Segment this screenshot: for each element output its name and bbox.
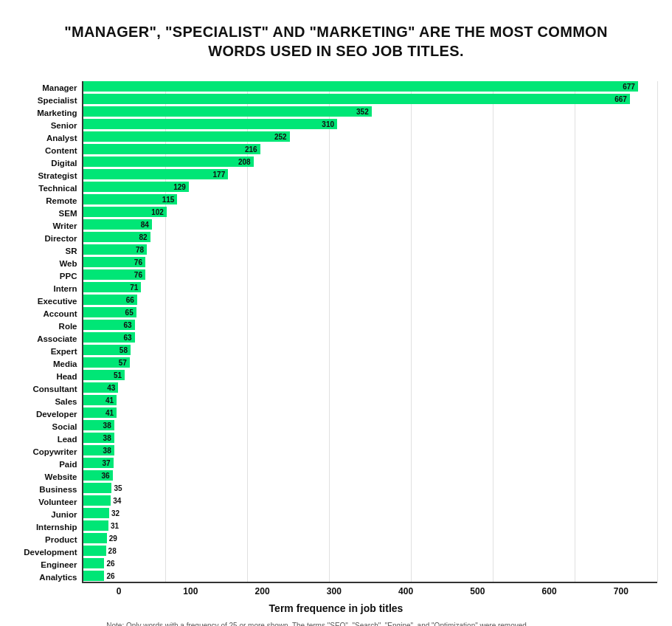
bar-row: 37 <box>83 458 657 470</box>
y-axis-label: Website <box>45 470 77 483</box>
bar-row: 41 <box>83 407 657 420</box>
bar-value: 43 <box>107 384 115 392</box>
bar-row: 65 <box>83 307 657 320</box>
bar-row: 36 <box>83 470 657 483</box>
bar: 310 <box>83 119 338 129</box>
y-axis-label: Digital <box>51 156 77 169</box>
bar: 82 <box>83 232 150 242</box>
bar: 36 <box>83 470 113 481</box>
bar <box>83 546 106 556</box>
bar: 66 <box>83 295 137 305</box>
bar: 57 <box>83 357 130 368</box>
y-axis-label: Head <box>56 370 77 382</box>
x-axis-label: 600 <box>513 586 585 596</box>
bar-row: 38 <box>83 445 657 458</box>
x-axis-label: 700 <box>585 586 657 596</box>
bars-area: 6776673523102522162081771291151028482787… <box>82 81 657 583</box>
bar: 177 <box>83 169 229 179</box>
bar-value: 78 <box>136 246 144 254</box>
bar: 76 <box>83 257 145 267</box>
bar-row: 115 <box>83 194 657 207</box>
y-axis-label: Remote <box>46 194 77 207</box>
bar: 115 <box>83 194 178 204</box>
bar-row: 677 <box>83 81 657 94</box>
y-axis-label: Director <box>44 232 77 244</box>
bar-row: 26 <box>83 571 657 583</box>
bar-value: 76 <box>134 258 142 266</box>
bar-row: 35 <box>83 483 657 495</box>
bar: 43 <box>83 382 119 393</box>
bar-row: 82 <box>83 232 657 244</box>
bar-row: 63 <box>83 332 657 345</box>
y-axis-label: Social <box>52 420 77 433</box>
bar-value: 66 <box>126 296 134 304</box>
y-axis-label: Writer <box>52 219 77 232</box>
bar: 78 <box>83 244 148 255</box>
y-axis-label: Content <box>45 144 77 156</box>
bar-row: 667 <box>83 94 657 106</box>
y-axis-label: Associate <box>37 332 77 345</box>
y-axis-label: Account <box>44 307 77 320</box>
bar: 37 <box>83 458 114 468</box>
x-axis-label: 300 <box>298 586 370 596</box>
y-axis-label: Analyst <box>46 131 77 144</box>
footnote: Note: Only words with a frequency of 25 … <box>15 622 620 626</box>
bar-value: 29 <box>109 534 117 543</box>
bar-value: 58 <box>119 346 128 354</box>
bar: 38 <box>83 420 114 430</box>
bar: 58 <box>83 345 131 355</box>
bar-row: 252 <box>83 131 657 144</box>
bar-value: 677 <box>623 83 635 91</box>
bar: 63 <box>83 332 135 343</box>
x-axis-title: Term frequence in job titles <box>15 602 657 614</box>
bar: 252 <box>83 131 290 142</box>
bar <box>83 520 108 531</box>
bar-value: 41 <box>105 396 114 405</box>
bar-row: 76 <box>83 257 657 269</box>
bar: 38 <box>83 433 114 443</box>
y-axis-label: Executive <box>38 295 77 307</box>
bar-row: 177 <box>83 169 657 182</box>
y-axis-label: Copywriter <box>32 445 77 458</box>
y-axis-label: Engineer <box>41 558 77 571</box>
x-axis-label: 400 <box>370 586 442 596</box>
bar: 76 <box>83 269 145 280</box>
bar-row: 352 <box>83 106 657 119</box>
bar-row: 102 <box>83 207 657 219</box>
y-axis-label: Consultant <box>32 382 77 395</box>
x-axis-label: 0 <box>83 586 155 596</box>
y-axis-labels: ManagerSpecialistMarketingSeniorAnalystC… <box>15 81 82 583</box>
bar-row: 78 <box>83 244 657 257</box>
y-axis-label: Role <box>59 320 77 332</box>
bar-row: 32 <box>83 508 657 520</box>
bar-row: 51 <box>83 370 657 382</box>
bar-row: 28 <box>83 546 657 558</box>
y-axis-label: Lead <box>58 433 77 445</box>
bar: 84 <box>83 219 152 230</box>
bar-value: 31 <box>111 522 119 530</box>
bar <box>83 571 105 581</box>
bar <box>83 558 105 568</box>
y-axis-label: Marketing <box>37 106 77 119</box>
y-axis-label: Paid <box>59 458 77 470</box>
bar-value: 63 <box>123 334 131 342</box>
bar-value: 37 <box>102 459 110 467</box>
bar-row: 216 <box>83 144 657 156</box>
y-axis-label: SR <box>66 244 77 257</box>
bar: 41 <box>83 395 117 405</box>
y-axis-label: Development <box>24 546 77 558</box>
bar-row: 38 <box>83 420 657 433</box>
bar: 63 <box>83 320 135 330</box>
bar <box>83 495 111 506</box>
chart-title: "MANAGER", "SPECIALIST" AND "MARKETING" … <box>34 22 639 61</box>
x-axis-labels: 0100200300400500600700 <box>83 586 657 596</box>
y-axis-label: Volunteer <box>38 495 77 508</box>
bar-row: 43 <box>83 382 657 395</box>
chart-container: ManagerSpecialistMarketingSeniorAnalystC… <box>15 81 657 626</box>
y-axis-label: SEM <box>59 207 77 219</box>
bar: 102 <box>83 207 167 217</box>
bar-value: 115 <box>162 196 175 204</box>
x-axis-label: 100 <box>155 586 226 596</box>
bar-value: 84 <box>141 221 149 229</box>
bar-value: 32 <box>111 509 119 517</box>
